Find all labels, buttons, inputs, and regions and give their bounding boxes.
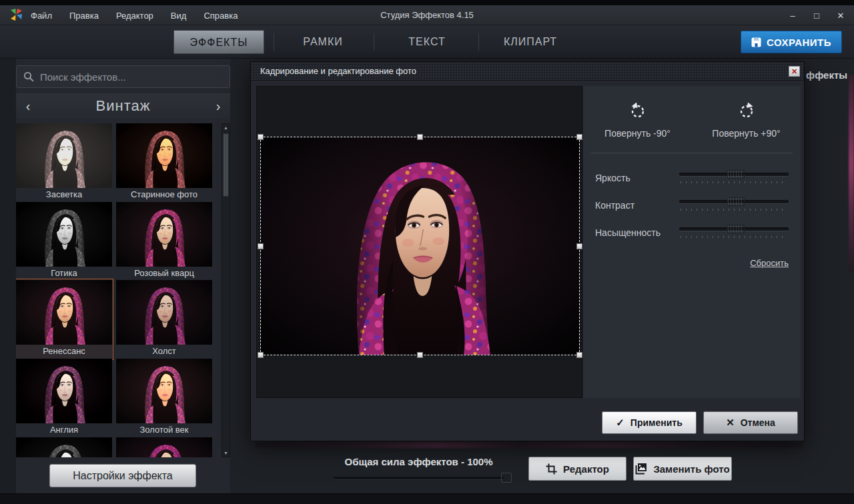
tab-bar: ЭФФЕКТЫ РАМКИ ТЕКСТ КЛИПАРТ СОХРАНИТЬ [0, 25, 854, 59]
scrollbar-thumb[interactable] [223, 133, 229, 197]
minimize-button[interactable]: – [787, 11, 798, 21]
x-icon: ✕ [726, 417, 735, 429]
replace-photo-button-label: Заменить фото [653, 463, 729, 475]
rotate-left-label: Повернуть -90° [583, 128, 692, 139]
tab-effects[interactable]: ЭФФЕКТЫ [173, 30, 264, 54]
effect-item-rozovy-kvarts[interactable]: Розовый кварц [116, 202, 212, 281]
background-photo-sliver [256, 442, 803, 448]
effect-item-zasvetka[interactable]: Засветка [16, 123, 112, 202]
rotate-ccw-icon [629, 102, 647, 119]
effect-label: Ренессанс [16, 345, 112, 359]
effect-item-renessans-selected[interactable]: Ренессанс [16, 280, 112, 359]
save-button-label: СОХРАНИТЬ [767, 37, 831, 48]
crop-handle-bottom-right[interactable] [576, 352, 582, 358]
editor-button-label: Редактор [563, 463, 609, 475]
crop-handle-top-left[interactable] [258, 134, 264, 140]
contrast-row: Контраст [595, 191, 789, 219]
background-photo-sliver [849, 75, 854, 272]
reset-link[interactable]: Сбросить [750, 258, 789, 268]
window-bottom-strip [0, 493, 854, 504]
contrast-slider[interactable] [679, 198, 789, 213]
crop-selection[interactable] [260, 137, 580, 355]
tab-text[interactable]: ТЕКСТ [384, 30, 470, 54]
crop-handle-top-center[interactable] [417, 134, 423, 140]
menu-item-file[interactable]: Файл [31, 11, 52, 21]
category-label: Винтаж [40, 97, 206, 115]
crop-handle-middle-right[interactable] [576, 243, 582, 249]
brightness-slider[interactable] [679, 171, 789, 185]
contrast-slider-handle[interactable] [727, 197, 745, 206]
effect-item-anglia[interactable]: Англия [16, 359, 112, 437]
effects-panel-heading-partial: ффекты [806, 69, 847, 81]
dialog-title-bar[interactable]: Кадрирование и редактирование фото [251, 62, 804, 81]
tab-clipart[interactable]: КЛИПАРТ [487, 30, 574, 54]
editor-button[interactable]: Редактор [528, 457, 626, 481]
cancel-button[interactable]: ✕ Отмена [703, 411, 798, 434]
effects-grid: Засветка Старинное фото Готика Розовый к… [16, 123, 230, 457]
image-icon [635, 463, 647, 475]
close-button[interactable]: ✕ [835, 11, 846, 21]
apply-button[interactable]: ✓ Применить [602, 411, 697, 434]
replace-photo-button[interactable]: Заменить фото [633, 457, 732, 481]
effect-item-partial[interactable] [116, 437, 212, 457]
tab-separator [274, 33, 274, 51]
search-box [16, 65, 230, 88]
scrollbar-up-icon[interactable]: ▲ [222, 125, 230, 130]
tab-separator [374, 33, 374, 51]
photo-preview-area [256, 86, 582, 398]
effect-item-starinnoe-foto[interactable]: Старинное фото [116, 123, 212, 202]
search-icon [23, 71, 34, 82]
menu-item-edit[interactable]: Правка [69, 11, 99, 21]
category-next-arrow-icon[interactable]: › [206, 93, 230, 119]
scrollbar-down-icon[interactable]: ▼ [222, 451, 230, 455]
apply-button-label: Применить [630, 417, 683, 428]
crop-handle-top-right[interactable] [576, 134, 582, 140]
effect-label: Золотой век [116, 423, 212, 437]
effect-label: Розовый кварц [116, 267, 212, 281]
effect-item-partial[interactable] [16, 437, 112, 457]
app-logo-icon [9, 8, 23, 22]
effect-label: Старинное фото [116, 188, 212, 202]
slider-ticks [681, 181, 787, 183]
category-prev-arrow-icon[interactable]: ‹ [16, 93, 40, 119]
rotate-right-button[interactable]: Повернуть +90° [692, 102, 801, 139]
crop-handle-bottom-center[interactable] [417, 352, 423, 358]
slider-ticks [681, 236, 787, 238]
screen-top-strip [0, 0, 854, 5]
saturation-label: Насыщенность [595, 227, 679, 238]
menu-item-view[interactable]: Вид [171, 11, 187, 21]
slider-ticks [681, 209, 787, 211]
save-button[interactable]: СОХРАНИТЬ [741, 31, 842, 53]
menu-bar: Файл Правка Редактор Вид Справка [31, 5, 238, 25]
crop-handle-bottom-left[interactable] [258, 352, 264, 358]
strength-slider[interactable] [334, 477, 504, 479]
brightness-label: Яркость [595, 173, 679, 183]
strength-slider-handle[interactable] [501, 473, 512, 483]
check-icon: ✓ [616, 417, 624, 429]
dialog-close-button[interactable]: ✕ [789, 66, 800, 77]
effects-scrollbar[interactable]: ▲ ▼ [222, 123, 230, 457]
strength-label: Общая сила эффектов - 100% [334, 456, 504, 467]
rotate-left-button[interactable]: Повернуть -90° [583, 102, 692, 139]
brightness-slider-handle[interactable] [727, 170, 745, 179]
menu-item-editor[interactable]: Редактор [116, 11, 153, 21]
crop-edit-dialog: Кадрирование и редактирование фото ✕ [250, 61, 805, 441]
saturation-slider[interactable] [679, 225, 789, 240]
tab-separator [478, 33, 479, 51]
save-icon [751, 37, 761, 47]
effect-label: Засветка [16, 188, 112, 202]
rotate-cw-icon [738, 102, 755, 119]
tab-frames[interactable]: РАМКИ [280, 30, 366, 54]
contrast-label: Контраст [595, 200, 679, 211]
crop-handle-middle-left[interactable] [258, 243, 264, 249]
effect-item-zolotoy-vek[interactable]: Золотой век [116, 359, 212, 437]
menu-item-help[interactable]: Справка [203, 11, 238, 21]
strength-control: Общая сила эффектов - 100% [334, 456, 504, 479]
effect-settings-button[interactable]: Настройки эффекта [49, 464, 196, 487]
saturation-slider-handle[interactable] [727, 225, 745, 233]
search-input[interactable] [40, 71, 223, 83]
effect-item-gotika[interactable]: Готика [16, 202, 112, 281]
maximize-button[interactable]: □ [811, 11, 822, 21]
reset-row: Сбросить [583, 257, 789, 269]
effect-item-holst[interactable]: Холст [116, 280, 212, 359]
